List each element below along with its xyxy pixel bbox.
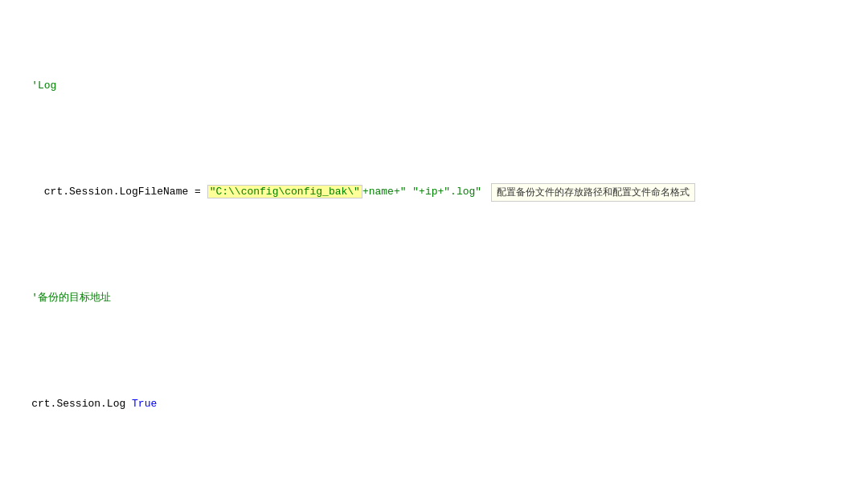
line-logfilename: crt.Session.LogFileName = "C:\\config\co… — [6, 170, 862, 215]
logfilename-code: crt.Session.LogFileName = "C:\\config\co… — [6, 170, 481, 215]
line-log-comment: 'Log — [6, 63, 862, 109]
line-connect-comment: ' Connect — [6, 488, 862, 503]
code-area: 'Log crt.Session.LogFileName = "C:\\conf… — [0, 0, 868, 503]
log-comment: 'Log — [31, 80, 56, 92]
backup-comment: '备份的目标地址 — [31, 292, 111, 304]
logfilename-annotation: 配置备份文件的存放路径和配置文件命名格式 — [491, 183, 695, 202]
line-session-log-true: crt.Session.Log True — [6, 382, 862, 427]
line-backup-comment: '备份的目标地址 — [6, 276, 862, 321]
